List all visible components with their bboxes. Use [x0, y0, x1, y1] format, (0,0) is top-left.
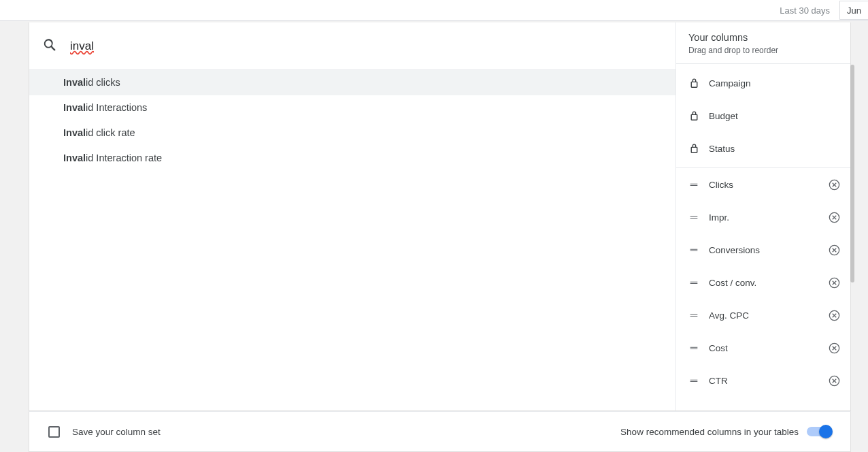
- your-columns-header: Your columns Drag and drop to reorder: [676, 22, 850, 64]
- search-icon: [43, 37, 58, 55]
- draggable-column-item[interactable]: Cost / conv.: [676, 266, 850, 299]
- column-label: Clicks: [709, 180, 827, 190]
- drag-handle-icon[interactable]: [686, 244, 702, 255]
- your-columns-subtitle: Drag and drop to reorder: [688, 46, 838, 55]
- drag-handle-icon[interactable]: [686, 310, 702, 321]
- column-label: Budget: [709, 111, 841, 121]
- column-label: Cost / conv.: [709, 278, 827, 288]
- footer-right: Show recommended columns in your tables: [620, 427, 831, 437]
- date-range-label[interactable]: Last 30 days: [780, 5, 830, 16]
- column-label: Impr.: [709, 212, 827, 223]
- draggable-column-item[interactable]: Avg. CPC: [676, 299, 850, 332]
- remove-column-button[interactable]: [827, 374, 841, 387]
- locked-column-item: Budget: [676, 99, 850, 132]
- draggable-column-item[interactable]: Clicks: [676, 168, 850, 201]
- drag-handle-icon[interactable]: [686, 342, 702, 353]
- column-label: Conversions: [709, 245, 827, 255]
- column-label: Campaign: [709, 78, 841, 88]
- column-label: Cost: [709, 343, 827, 353]
- search-input[interactable]: inval: [70, 39, 662, 53]
- remove-column-button[interactable]: [827, 308, 841, 322]
- column-picker-panel: inval Invalid clicksInvalid Interactions…: [29, 22, 851, 411]
- locked-column-item: Status: [676, 132, 850, 165]
- draggable-column-item[interactable]: Conversions: [676, 233, 850, 266]
- suggestion-item[interactable]: Invalid click rate: [29, 120, 675, 146]
- footer-left: Save your column set: [48, 426, 161, 438]
- column-label: CTR: [709, 376, 827, 386]
- recommended-columns-toggle[interactable]: [807, 427, 831, 436]
- search-row: inval: [29, 22, 675, 70]
- recommended-columns-label: Show recommended columns in your tables: [620, 427, 799, 437]
- column-list: CampaignBudgetStatus ClicksImpr.Conversi…: [676, 64, 850, 397]
- draggable-column-item[interactable]: CTR: [676, 364, 850, 397]
- save-column-set-label: Save your column set: [72, 427, 161, 437]
- search-column: inval Invalid clicksInvalid Interactions…: [29, 22, 676, 410]
- draggable-column-item[interactable]: Cost: [676, 332, 850, 364]
- drag-handle-icon[interactable]: [686, 375, 702, 386]
- top-bar: Last 30 days Jun: [0, 0, 868, 21]
- remove-column-button[interactable]: [827, 178, 841, 191]
- suggestion-item[interactable]: Invalid Interactions: [29, 95, 675, 120]
- suggestion-item[interactable]: Invalid clicks: [29, 70, 675, 95]
- remove-column-button[interactable]: [827, 243, 841, 257]
- lock-icon: [686, 110, 702, 122]
- drag-handle-icon[interactable]: [686, 179, 702, 190]
- lock-icon: [686, 78, 702, 89]
- suggestion-list: Invalid clicksInvalid InteractionsInvali…: [29, 70, 675, 170]
- drag-handle-icon[interactable]: [686, 277, 702, 288]
- your-columns-panel: Your columns Drag and drop to reorder Ca…: [676, 22, 850, 410]
- your-columns-title: Your columns: [688, 32, 838, 43]
- date-segment-button[interactable]: Jun: [839, 1, 868, 20]
- column-label: Avg. CPC: [709, 310, 827, 321]
- remove-column-button[interactable]: [827, 341, 841, 355]
- draggable-column-item[interactable]: Impr.: [676, 201, 850, 233]
- column-label: Status: [709, 144, 841, 154]
- locked-column-item: Campaign: [676, 67, 850, 99]
- remove-column-button[interactable]: [827, 276, 841, 289]
- scrollbar[interactable]: [850, 65, 854, 282]
- save-column-set-checkbox[interactable]: [48, 426, 60, 438]
- lock-icon: [686, 143, 702, 155]
- remove-column-button[interactable]: [827, 210, 841, 224]
- drag-handle-icon[interactable]: [686, 212, 702, 223]
- footer-bar: Save your column set Show recommended co…: [29, 411, 851, 452]
- suggestion-item[interactable]: Invalid Interaction rate: [29, 146, 675, 171]
